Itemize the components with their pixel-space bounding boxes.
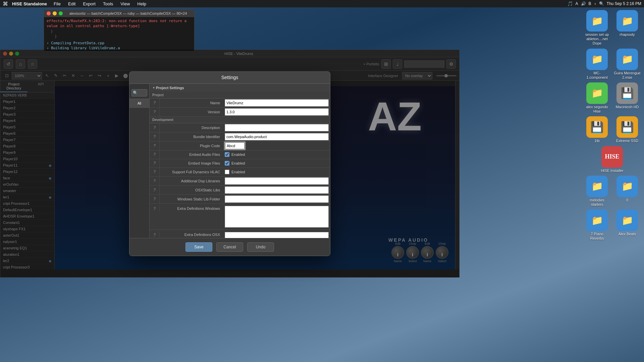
- settings-help-name[interactable]: ?: [150, 99, 160, 107]
- settings-help-extra-defs-windows[interactable]: ?: [150, 205, 160, 211]
- wifi-icon[interactable]: ⍭: [594, 1, 596, 6]
- settings-embed-audio-enabled-label: Enabled: [231, 153, 245, 157]
- settings-embed-image-enabled-label: Enabled: [231, 161, 245, 165]
- settings-category-development: Development: [150, 117, 330, 123]
- plugin-code-container: [225, 142, 245, 149]
- terminal-window: alexisortiz — batchCompileOSX — ruby — b…: [44, 9, 195, 51]
- settings-input-osx-static[interactable]: [225, 186, 329, 194]
- desktop-icon-zero[interactable]: 📁 0: [614, 176, 641, 207]
- settings-help-description[interactable]: ?: [150, 123, 160, 132]
- settings-input-name[interactable]: [225, 99, 329, 107]
- menu-edit[interactable]: Edit: [67, 1, 77, 7]
- minimize-button[interactable]: [53, 11, 57, 15]
- close-button[interactable]: [47, 11, 51, 15]
- settings-textarea-extra-defs-windows[interactable]: [225, 206, 329, 228]
- settings-checkbox-hlac[interactable]: [225, 170, 229, 174]
- settings-input-windows-static[interactable]: [225, 195, 329, 203]
- app-name: HISE Standalone: [12, 1, 47, 6]
- desktop-icon-alex-beats[interactable]: 📁 Alex Beats: [614, 209, 641, 241]
- desktop-icon-session[interactable]: 📁 session set up ableton....net Dope: [584, 10, 610, 46]
- settings-value-osx-static: [223, 186, 330, 194]
- settings-undo-button[interactable]: Undo: [247, 242, 274, 252]
- menu-help[interactable]: Help: [136, 1, 148, 7]
- settings-value-extra-defs-windows: [223, 205, 330, 228]
- settings-help-embed-image[interactable]: ?: [150, 159, 160, 168]
- desktop-icon-hise-installer[interactable]: HISE HISE Installer: [599, 146, 626, 173]
- settings-label-bundle: Bundle Identifier: [160, 132, 223, 141]
- settings-value-embed-audio: Enabled: [223, 150, 330, 159]
- settings-input-plugin-code[interactable]: [225, 142, 245, 149]
- settings-row-description: ? Description: [150, 123, 330, 132]
- settings-input-bundle[interactable]: [225, 133, 329, 140]
- apple-menu[interactable]: ⌘: [3, 1, 8, 7]
- menu-file[interactable]: File: [52, 1, 62, 7]
- desktop-icon-macintosh-hd[interactable]: 💾 Macintosh HD: [614, 82, 641, 114]
- settings-value-name: [223, 99, 330, 107]
- settings-help-hlac[interactable]: ?: [150, 168, 160, 176]
- desktop-icon-alex-segundo[interactable]: 📁 alex segundo Hise: [584, 82, 610, 114]
- settings-value-hlac: Enabled: [223, 168, 330, 176]
- settings-textarea-extra-defs-osx[interactable]: [225, 232, 329, 238]
- menubar-right: 🎵 A 🔊 B ⍭ 🔍 Thu Sep 5 2:16 PM: [567, 1, 641, 6]
- settings-search-icon: 🔍: [133, 90, 138, 95]
- settings-row-embed-audio: ? Embed Audio Files Enabled: [150, 150, 330, 159]
- menu-view[interactable]: View: [119, 1, 131, 7]
- settings-hlac-enabled-label: Enabled: [231, 170, 245, 174]
- settings-help-osx-static[interactable]: ?: [150, 186, 160, 194]
- terminal-compile1: › Compiling PresetData.cpp: [47, 41, 192, 46]
- maximize-button[interactable]: [59, 11, 63, 15]
- settings-label-description: Description: [160, 123, 223, 132]
- settings-input-version[interactable]: [225, 108, 329, 116]
- settings-help-embed-audio[interactable]: ?: [150, 150, 160, 159]
- settings-input-dsp-libs[interactable]: [225, 177, 329, 185]
- settings-value-dsp-libs: [223, 177, 330, 185]
- settings-row-extra-defs-osx: ? Extra Definitions OSX: [150, 230, 330, 238]
- settings-help-windows-static[interactable]: ?: [150, 195, 160, 203]
- settings-row-plugin-code: ? Plugin Code: [150, 141, 330, 150]
- settings-help-extra-defs-osx[interactable]: ?: [150, 231, 160, 237]
- desktop-icon-rhapsody[interactable]: 📁 rhapsody: [614, 10, 641, 46]
- settings-save-button[interactable]: Save: [185, 242, 212, 252]
- settings-cancel-button[interactable]: Cancel: [216, 242, 243, 252]
- bluetooth-icon[interactable]: B: [589, 1, 591, 6]
- desktop-icon-7-piano[interactable]: 📁 7 Piano Reverbs: [584, 209, 610, 241]
- settings-label-embed-image: Embed Image Files: [160, 159, 223, 168]
- desktop-icon-guira[interactable]: 📁 Guira Merengue 2.mse: [614, 49, 641, 80]
- settings-label-plugin-code: Plugin Code: [160, 141, 223, 150]
- settings-help-plugin-code[interactable]: ?: [150, 141, 160, 150]
- terminal-error-line: effects/fx/RouteFX.h:283:2: non-void fun…: [47, 18, 192, 29]
- desktop-icon-1tb[interactable]: 💾 1tb: [584, 116, 610, 143]
- settings-row-name: ? Name: [150, 99, 330, 108]
- desktop-icon-mc1[interactable]: 📁 MC-1.component: [584, 49, 610, 80]
- desktop-icon-melodies[interactable]: 📁 melodies starters: [584, 176, 610, 207]
- menu-export[interactable]: Export: [82, 1, 97, 7]
- hise-icon: 🎵: [567, 1, 573, 6]
- settings-label-extra-defs-osx: Extra Definitions OSX: [160, 231, 223, 238]
- settings-help-bundle[interactable]: ?: [150, 132, 160, 141]
- settings-label-hlac: Support Full Dynamics HLAC: [160, 168, 223, 176]
- volume-icon[interactable]: 🔊: [581, 1, 586, 6]
- menu-tools[interactable]: Tools: [102, 1, 114, 7]
- settings-value-embed-image: Enabled: [223, 159, 330, 168]
- settings-label-dsp-libs: Additional Dsp Libraries: [160, 177, 223, 185]
- terminal-titlebar: alexisortiz — batchCompileOSX — ruby — b…: [44, 10, 194, 17]
- settings-modal-title: Settings: [221, 75, 238, 80]
- settings-checkbox-embed-audio[interactable]: [225, 152, 229, 157]
- settings-search-area: 🔍: [129, 87, 149, 99]
- settings-help-version[interactable]: ?: [150, 108, 160, 116]
- settings-nav-all[interactable]: All: [129, 99, 149, 108]
- settings-row-windows-static: ? Windows Static Lib Folder: [150, 195, 330, 204]
- settings-checkbox-embed-image[interactable]: [225, 161, 229, 166]
- desktop-icon-extreme-ssd1[interactable]: 💾 Extreme SSD: [614, 116, 641, 143]
- settings-project-section-title: Project Settings: [156, 86, 184, 90]
- settings-label-osx-static: OSXStatic Libs: [160, 186, 223, 194]
- settings-input-description[interactable]: [225, 124, 329, 131]
- search-icon[interactable]: 🔍: [599, 1, 604, 6]
- menu-items: File Edit Export Tools View Help: [52, 1, 567, 7]
- settings-value-windows-static: [223, 195, 330, 203]
- settings-project-section-header[interactable]: ▾ Project Settings: [150, 84, 330, 92]
- settings-value-bundle: [223, 132, 330, 141]
- settings-help-dsp-libs[interactable]: ?: [150, 177, 160, 185]
- settings-label-embed-audio: Embed Audio Files: [160, 150, 223, 159]
- settings-row-version: ? Version: [150, 108, 330, 117]
